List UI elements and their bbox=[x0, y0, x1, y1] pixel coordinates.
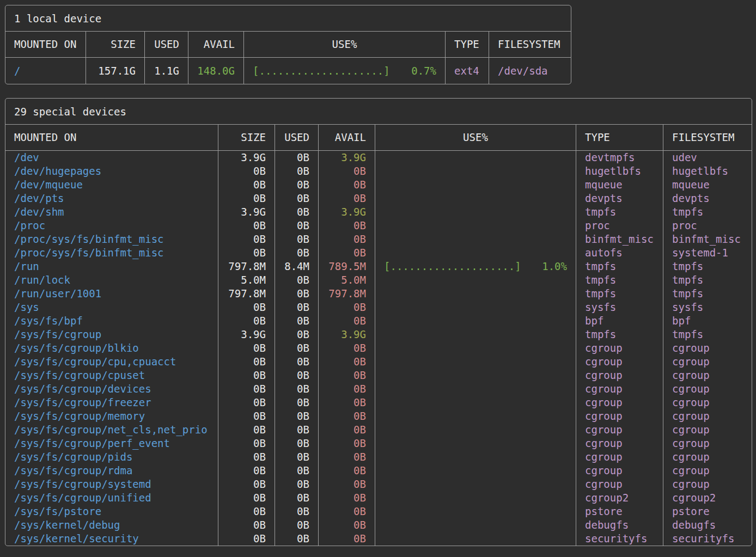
table-row: /dev/mqueue0B0B0Bmqueuemqueue bbox=[5, 178, 752, 192]
size-cell: 0B bbox=[218, 178, 275, 192]
local-devices-table: 1 local device MOUNTED ON SIZE USED AVAI… bbox=[5, 5, 571, 84]
filesystem-cell: sysfs bbox=[663, 301, 752, 314]
type-cell: debugfs bbox=[576, 518, 663, 532]
type-cell: autofs bbox=[576, 246, 663, 260]
mounted-on-cell: /proc bbox=[5, 219, 218, 232]
table-row: /sys/fs/cgroup3.9G0B3.9Gtmpfstmpfs bbox=[5, 328, 752, 341]
use-percent-cell bbox=[375, 409, 576, 423]
used-cell: 0B bbox=[275, 491, 319, 505]
filesystem-cell: proc bbox=[663, 219, 752, 232]
filesystem-cell: cgroup bbox=[663, 409, 752, 423]
use-percent-cell bbox=[375, 287, 576, 301]
type-cell: bpf bbox=[576, 314, 663, 328]
avail-cell: 797.8M bbox=[319, 287, 375, 301]
col-header-filesystem: FILESYSTEM bbox=[489, 32, 571, 57]
mounted-on-cell: /dev/pts bbox=[5, 192, 218, 205]
use-percent-cell bbox=[375, 369, 576, 382]
usage-percent: 0.7% bbox=[411, 58, 436, 84]
filesystem-cell: bpf bbox=[663, 314, 752, 328]
table-row: /proc/sys/fs/binfmt_misc0B0B0Bbinfmt_mis… bbox=[5, 232, 752, 246]
mounted-on-cell: /sys/fs/cgroup/freezer bbox=[5, 396, 218, 409]
use-percent-cell: [....................]0.7% bbox=[244, 58, 446, 84]
use-percent-cell bbox=[375, 478, 576, 491]
mounted-on-cell: /dev/mqueue bbox=[5, 178, 218, 192]
filesystem-cell: cgroup bbox=[663, 437, 752, 450]
avail-cell: 0B bbox=[319, 518, 375, 532]
usage-bar: [....................] bbox=[384, 260, 521, 273]
table-row: /sys/fs/cgroup/systemd0B0B0Bcgroupcgroup bbox=[5, 478, 752, 491]
col-header-avail: AVAIL bbox=[319, 125, 375, 150]
mounted-on-cell: /run/user/1001 bbox=[5, 287, 218, 301]
type-cell: securityfs bbox=[576, 532, 663, 546]
size-cell: 0B bbox=[218, 219, 275, 232]
mounted-on-cell: /sys/fs/cgroup/systemd bbox=[5, 478, 218, 491]
table-row: /sys/fs/pstore0B0B0Bpstorepstore bbox=[5, 505, 752, 518]
avail-cell: 0B bbox=[319, 219, 375, 232]
avail-cell: 148.0G bbox=[188, 58, 244, 84]
size-cell: 797.8M bbox=[218, 287, 275, 301]
col-header-type: TYPE bbox=[446, 32, 489, 57]
used-cell: 0B bbox=[275, 478, 319, 491]
type-cell: cgroup bbox=[576, 355, 663, 369]
size-cell: 157.1G bbox=[86, 58, 145, 84]
used-cell: 0B bbox=[275, 301, 319, 314]
used-cell: 0B bbox=[275, 328, 319, 341]
usage-percent: 1.0% bbox=[542, 260, 567, 273]
filesystem-cell: tmpfs bbox=[663, 287, 752, 301]
filesystem-cell: cgroup bbox=[663, 382, 752, 396]
type-cell: hugetlbfs bbox=[576, 164, 663, 178]
used-cell: 0B bbox=[275, 164, 319, 178]
table-row: /run797.8M8.4M789.5M[...................… bbox=[5, 260, 752, 273]
used-cell: 0B bbox=[275, 409, 319, 423]
used-cell: 0B bbox=[275, 178, 319, 192]
filesystem-cell: udev bbox=[663, 151, 752, 164]
size-cell: 3.9G bbox=[218, 151, 275, 164]
col-header-size: SIZE bbox=[86, 32, 145, 57]
used-cell: 0B bbox=[275, 341, 319, 355]
avail-cell: 0B bbox=[319, 164, 375, 178]
used-cell: 0B bbox=[275, 246, 319, 260]
use-percent-cell bbox=[375, 273, 576, 287]
mounted-on-cell: /sys/kernel/debug bbox=[5, 518, 218, 532]
size-cell: 0B bbox=[218, 382, 275, 396]
type-cell: cgroup bbox=[576, 382, 663, 396]
type-cell: tmpfs bbox=[576, 273, 663, 287]
filesystem-cell: systemd-1 bbox=[663, 246, 752, 260]
table-row: /sys/fs/cgroup/cpuset0B0B0Bcgroupcgroup bbox=[5, 369, 752, 382]
type-cell: devtmpfs bbox=[576, 151, 663, 164]
col-header-filesystem: FILESYSTEM bbox=[663, 125, 752, 150]
special-devices-table-title: 29 special devices bbox=[5, 99, 752, 125]
filesystem-cell: debugfs bbox=[663, 518, 752, 532]
filesystem-cell: cgroup bbox=[663, 423, 752, 437]
use-percent-cell bbox=[375, 301, 576, 314]
table-row: /proc/sys/fs/binfmt_misc0B0B0Bautofssyst… bbox=[5, 246, 752, 260]
type-cell: binfmt_misc bbox=[576, 232, 663, 246]
use-percent-cell: [....................]1.0% bbox=[375, 260, 576, 273]
avail-cell: 0B bbox=[319, 478, 375, 491]
avail-cell: 0B bbox=[319, 355, 375, 369]
table-row: /sys0B0B0Bsysfssysfs bbox=[5, 301, 752, 314]
col-header-size: SIZE bbox=[218, 125, 275, 150]
size-cell: 0B bbox=[218, 478, 275, 491]
local-devices-table-title: 1 local device bbox=[5, 5, 571, 32]
filesystem-cell: cgroup bbox=[663, 478, 752, 491]
used-cell: 0B bbox=[275, 505, 319, 518]
table-row: /sys/fs/cgroup/pids0B0B0Bcgroupcgroup bbox=[5, 450, 752, 464]
filesystem-cell: tmpfs bbox=[663, 205, 752, 219]
use-percent-cell bbox=[375, 505, 576, 518]
used-cell: 0B bbox=[275, 205, 319, 219]
mounted-on-cell: / bbox=[5, 58, 86, 84]
size-cell: 0B bbox=[218, 396, 275, 409]
special-devices-header-row: MOUNTED ON SIZE USED AVAIL USE% TYPE FIL… bbox=[5, 125, 752, 151]
use-percent-cell bbox=[375, 328, 576, 341]
size-cell: 0B bbox=[218, 355, 275, 369]
use-percent-cell bbox=[375, 518, 576, 532]
type-cell: cgroup bbox=[576, 369, 663, 382]
filesystem-cell: cgroup bbox=[663, 396, 752, 409]
avail-cell: 0B bbox=[319, 232, 375, 246]
usage-bar: [....................] bbox=[253, 58, 390, 84]
mounted-on-cell: /sys/fs/bpf bbox=[5, 314, 218, 328]
avail-cell: 0B bbox=[319, 505, 375, 518]
used-cell: 0B bbox=[275, 423, 319, 437]
filesystem-cell: cgroup bbox=[663, 450, 752, 464]
